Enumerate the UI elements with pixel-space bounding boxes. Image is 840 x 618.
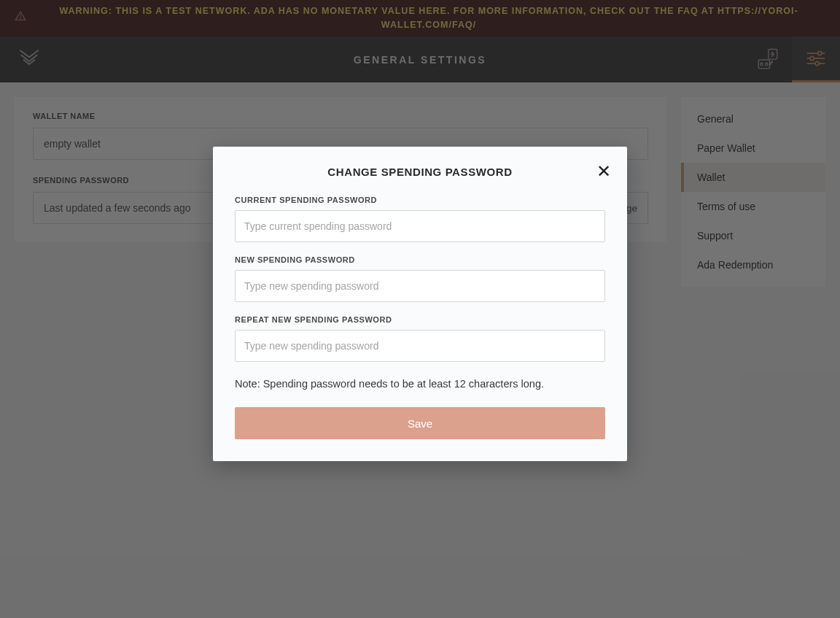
password-length-note: Note: Spending password needs to be at l… (235, 376, 605, 391)
current-password-label: CURRENT SPENDING PASSWORD (235, 196, 605, 204)
close-icon[interactable]: ✕ (596, 163, 611, 180)
change-spending-password-modal: CHANGE SPENDING PASSWORD ✕ CURRENT SPEND… (213, 147, 627, 461)
modal-title: CHANGE SPENDING PASSWORD (235, 166, 605, 178)
new-password-label: NEW SPENDING PASSWORD (235, 255, 605, 264)
new-password-field: NEW SPENDING PASSWORD (235, 255, 605, 302)
repeat-password-input[interactable] (235, 330, 605, 362)
current-password-field: CURRENT SPENDING PASSWORD (235, 196, 605, 242)
repeat-password-label: REPEAT NEW SPENDING PASSWORD (235, 315, 605, 324)
save-button[interactable]: Save (235, 407, 605, 439)
new-password-input[interactable] (235, 270, 605, 302)
repeat-password-field: REPEAT NEW SPENDING PASSWORD (235, 315, 605, 362)
current-password-input[interactable] (235, 210, 605, 242)
